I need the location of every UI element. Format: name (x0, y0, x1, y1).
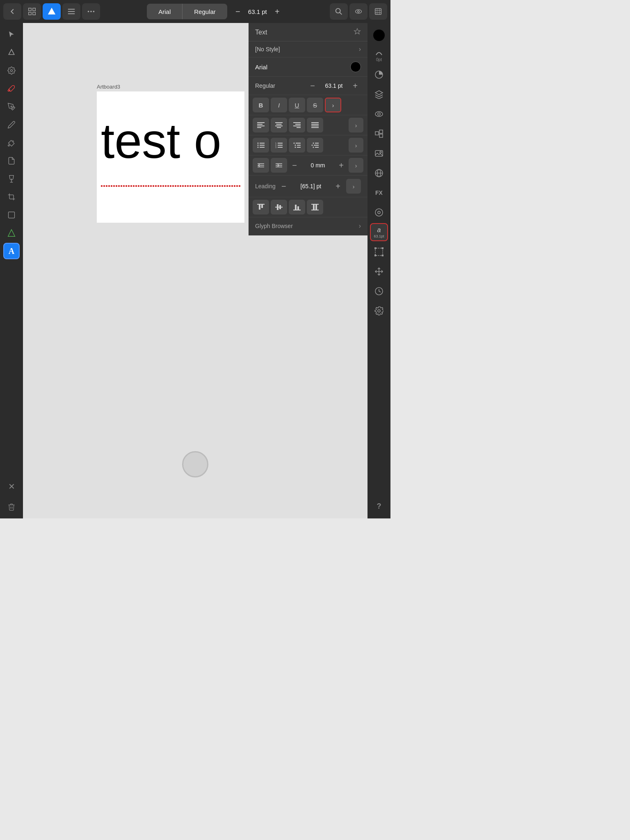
panel-pin-button[interactable] (354, 28, 361, 37)
history-button[interactable] (370, 282, 388, 300)
globe-button[interactable] (370, 164, 388, 182)
color-button[interactable] (370, 26, 388, 44)
leading-expand-button[interactable]: › (346, 179, 361, 194)
font-name-button[interactable]: Arial (147, 4, 182, 19)
close-button[interactable]: ✕ (3, 478, 20, 495)
italic-button[interactable]: I (271, 98, 287, 112)
pen-tool[interactable] (3, 98, 20, 115)
layers-button[interactable] (370, 85, 388, 103)
more-formatting-button[interactable]: › (325, 98, 341, 112)
bullet-list-button[interactable] (253, 138, 269, 153)
font-row[interactable]: Arial (249, 57, 368, 77)
svg-rect-20 (9, 212, 15, 218)
transform-button[interactable] (370, 243, 388, 261)
underline-button[interactable]: U (289, 98, 305, 112)
indent-expand-button[interactable]: › (349, 158, 363, 173)
vert-align-top-button[interactable] (253, 200, 269, 215)
back-button[interactable] (3, 3, 21, 20)
align-grid: › (249, 115, 368, 135)
svg-rect-70 (297, 206, 299, 210)
leading-minus-button[interactable]: − (278, 180, 290, 192)
font-size-plus-button[interactable]: + (272, 6, 283, 17)
indent-minus-button[interactable]: − (289, 160, 300, 171)
numbered-list-button[interactable]: 1. 2. 3. (271, 138, 287, 153)
svg-rect-49 (278, 147, 283, 148)
svg-rect-57 (315, 143, 319, 144)
stroke-button[interactable]: 0pt (370, 46, 388, 64)
artboard[interactable]: test o (97, 91, 244, 223)
bold-button[interactable]: B (253, 98, 269, 112)
svg-point-83 (380, 151, 381, 153)
indent-list-button[interactable] (289, 138, 305, 153)
leading-plus-button[interactable]: + (332, 180, 344, 192)
vert-align-mid-button[interactable] (271, 200, 287, 215)
opacity-button[interactable] (370, 66, 388, 84)
indent-decrease-button[interactable] (253, 158, 269, 173)
eyedropper-tool[interactable] (3, 135, 20, 151)
help-button[interactable]: ? (370, 497, 388, 515)
brush-tool[interactable] (3, 80, 20, 97)
list-grid: 1. 2. 3. › (249, 135, 368, 155)
strikethrough-button[interactable]: S (307, 98, 323, 112)
frame-tool-button[interactable] (369, 3, 387, 20)
trash-button[interactable] (3, 499, 20, 515)
more-button[interactable] (82, 3, 100, 20)
vert-align-justify-button[interactable] (307, 200, 323, 215)
indent-row: − 0 mm + › (249, 155, 368, 176)
home-indicator[interactable] (182, 451, 208, 477)
shape-tool[interactable] (3, 225, 20, 241)
search-tool-button[interactable] (330, 3, 348, 20)
outdent-list-button[interactable] (307, 138, 323, 153)
rectangle-tool[interactable] (3, 207, 20, 223)
vert-align-bot-button[interactable] (289, 200, 305, 215)
align-left-button[interactable] (253, 118, 269, 132)
font-size-minus-button[interactable]: − (232, 6, 244, 17)
glyph-browser-label: Glyph Browser (255, 223, 359, 229)
app-icon-button[interactable] (43, 3, 61, 20)
text-tool[interactable]: A (3, 243, 20, 259)
crop-tool[interactable] (3, 189, 20, 205)
wine-tool[interactable] (3, 171, 20, 187)
indent-increase-button[interactable] (271, 158, 287, 173)
svg-point-18 (11, 106, 12, 107)
settings-button[interactable] (370, 302, 388, 320)
svg-rect-28 (275, 126, 283, 126)
leading-label: Leading (255, 183, 276, 189)
svg-rect-68 (293, 210, 301, 210)
svg-rect-25 (257, 127, 261, 128)
align-expand-button[interactable]: › (349, 118, 363, 132)
list-expand-button[interactable]: › (349, 138, 363, 153)
grid-button[interactable] (23, 3, 41, 20)
font-color-dot[interactable] (350, 62, 361, 72)
indent-plus-button[interactable]: + (336, 160, 347, 171)
move-button[interactable] (370, 262, 388, 281)
eye-tool-button[interactable] (349, 3, 368, 20)
align-center-button[interactable] (271, 118, 287, 132)
size-minus-button[interactable]: − (307, 80, 318, 91)
glyph-panel-button[interactable]: a 63.1pt (370, 223, 388, 241)
visibility-button[interactable] (370, 105, 388, 123)
fx-button[interactable]: FX (370, 184, 388, 202)
gear-tool[interactable] (3, 62, 20, 79)
no-style-row[interactable]: [No Style] › (249, 41, 368, 57)
svg-rect-31 (295, 124, 301, 125)
align-right-button[interactable] (289, 118, 305, 132)
svg-rect-47 (278, 145, 283, 146)
pencil-tool[interactable] (3, 116, 20, 133)
image-button[interactable] (370, 144, 388, 162)
svg-point-54 (295, 147, 296, 148)
fill-tool[interactable] (3, 153, 20, 169)
glyph-browser-row[interactable]: Glyph Browser › (249, 218, 368, 234)
svg-point-14 (358, 11, 360, 13)
pointer-tool[interactable] (3, 26, 20, 43)
arrange-button[interactable] (370, 125, 388, 143)
compass-button[interactable] (370, 203, 388, 221)
artboard-text[interactable]: test o (101, 116, 221, 165)
node-tool[interactable] (3, 44, 20, 61)
size-plus-button[interactable]: + (349, 80, 361, 91)
font-style-button[interactable]: Regular (182, 4, 227, 19)
svg-rect-72 (311, 210, 319, 210)
menu-button[interactable] (62, 3, 80, 20)
svg-rect-15 (375, 9, 381, 15)
align-justify-button[interactable] (307, 118, 323, 132)
